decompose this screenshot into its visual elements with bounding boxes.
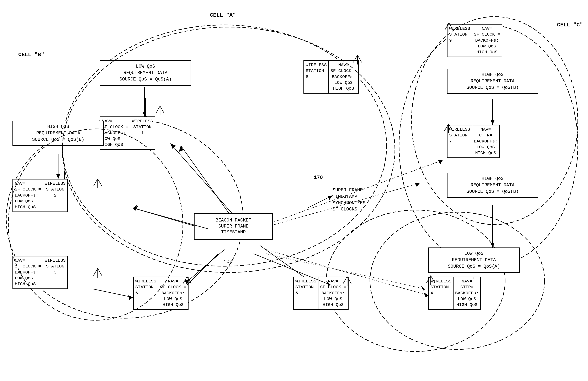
super-frame-label: SUPER FRAME TIMESTAMP SYNCHRONIZES SF CL… (333, 187, 365, 213)
svg-line-37 (431, 276, 435, 283)
svg-marker-52 (143, 112, 146, 116)
antenna-ws4 (424, 271, 437, 286)
ws2-nav-left: NAV=SF CLOCK =BACKOFFs:LOW QoSHIGH QoS (13, 179, 43, 211)
ws3-nav-right: WIRELESSSTATION3 (43, 256, 67, 289)
ws2-nav-right: WIRELESSSTATION2 (43, 179, 67, 211)
svg-line-55 (170, 143, 233, 214)
data-box-cell-b-low-bottom: LOW QoSREQUIREMENT DATASOURCE QoS = QoS(… (428, 247, 520, 273)
svg-line-39 (353, 55, 357, 62)
ws3-nav-box: NAV=SF CLOCK =BACKOFFs:LOW QoSHIGH QoS W… (12, 256, 68, 289)
svg-line-46 (448, 124, 453, 131)
ws8-nav-left: WIRELESSSTATION8 (304, 61, 329, 93)
svg-marker-68 (491, 120, 494, 125)
svg-marker-7 (133, 206, 138, 211)
antenna-ws1 (154, 102, 166, 116)
svg-marker-13 (415, 183, 420, 187)
svg-line-27 (94, 268, 98, 276)
ws9-nav-box: WIRELESSSTATION9 NAV=SF CLOCK =BACKOFFs:… (447, 24, 502, 57)
svg-line-34 (347, 277, 351, 284)
data-box-cell-a-low: LOW QoSREQUIREMENT DATASOURCE QoS = QoS(… (100, 60, 191, 86)
ws7-nav-right: NAV=CTFR=BACKOFFs:LOW QoSHIGH QoS (472, 125, 499, 157)
svg-line-31 (187, 277, 191, 284)
cell-a-label: CELL "A" (210, 12, 236, 18)
svg-marker-66 (421, 286, 425, 291)
beacon-line2: SUPER FRAME (218, 224, 248, 229)
antenna-ws3 (91, 264, 104, 279)
svg-line-36 (426, 276, 431, 283)
ws8-nav-right: NAV=SF CLOCK =BACKOFFs:LOW QoSHIGH QoS (329, 61, 358, 93)
ws3-nav-left: NAV=SF CLOCK =BACKOFFs:LOW QoSHIGH QoS (13, 256, 43, 289)
ws6-nav-box: WIRELESSSTATION6 NAV=SF CLOCK =BACKOFFs:… (133, 277, 189, 310)
data-box-cell-c-high: HIGH QoSREQUIREMENT DATASOURCE QoS = QoS… (447, 69, 538, 94)
svg-marker-75 (328, 196, 333, 200)
ws2-nav-box: NAV=SF CLOCK =BACKOFFs:LOW QoSHIGH QoS W… (12, 179, 68, 212)
ws6-nav-left: WIRELESSSTATION6 (134, 277, 158, 309)
diagram: CELL "A" CELL "B" CELL "C" CELL "B" BEAC… (0, 0, 588, 381)
ws1-nav-box: NAV=SF CLOCK =BACKOFFs:LOW QoSHIGH QoS W… (100, 116, 155, 150)
ws1-nav-left: NAV=SF CLOCK =BACKOFFs:LOW QoSHIGH QoS (100, 117, 130, 149)
svg-line-45 (444, 124, 448, 131)
ws4-nav-right: NAV=CTFR=BACKOFFs:LOW QoSHIGH QoS (454, 277, 480, 309)
antenna-ws5 (341, 272, 353, 287)
ws5-nav-left: WIRELESSSTATION5 (294, 277, 318, 309)
beacon-packet-box: BEACON PACKET SUPER FRAME TIMESTAMP (194, 213, 273, 240)
svg-line-72 (94, 289, 133, 297)
antenna-ws6 (181, 272, 193, 287)
svg-line-40 (357, 55, 362, 62)
ws8-nav-box: WIRELESSSTATION8 NAV=SF CLOCK =BACKOFFs:… (303, 60, 359, 94)
svg-line-21 (156, 106, 160, 113)
svg-line-33 (343, 277, 347, 284)
svg-line-43 (449, 23, 453, 30)
svg-line-42 (445, 23, 449, 30)
beacon-line1: BEACON PACKET (215, 218, 251, 223)
svg-line-25 (98, 179, 102, 186)
ws9-nav-right: NAV=SF CLOCK =BACKOFFs:LOW QoSHIGH QoS (472, 24, 502, 57)
antenna-ws8 (351, 51, 364, 66)
antenna-ws7 (442, 120, 455, 134)
cell-b-label-top: CELL "B" (18, 52, 44, 58)
svg-line-24 (94, 179, 98, 186)
svg-marker-64 (438, 160, 443, 164)
svg-line-4 (181, 146, 237, 224)
ws1-nav-right: WIRELESSSTATION1 (130, 117, 155, 149)
svg-marker-56 (170, 143, 176, 149)
svg-marker-5 (179, 146, 183, 152)
beacon-id: 100 (223, 259, 232, 265)
beacon-line3: TIMESTAMP (221, 230, 246, 235)
svg-line-28 (98, 268, 102, 276)
super-frame-id: 170 (314, 175, 323, 180)
svg-marker-15 (424, 292, 428, 297)
svg-marker-73 (128, 295, 133, 300)
ws5-nav-box: WIRELESSSTATION5 NAV=SF CLOCK =BACKOFFs:… (293, 277, 349, 310)
svg-line-30 (183, 277, 187, 284)
svg-marker-58 (133, 205, 137, 210)
svg-marker-70 (491, 243, 494, 247)
antenna-ws9 (443, 19, 455, 33)
data-box-cell-b-high-top: HIGH QoSREQUIREMENT DATASOURCE QoS = QoS… (12, 121, 104, 146)
svg-line-74 (308, 196, 333, 208)
svg-line-22 (160, 106, 164, 113)
svg-marker-54 (56, 174, 60, 179)
data-box-cell-b-high-bottom: HIGH QoSREQUIREMENT DATASOURCE QoS = QoS… (447, 173, 538, 198)
antenna-ws2 (91, 175, 104, 189)
cell-c-label: CELL "C" (557, 22, 583, 28)
ws7-nav-box: WIRELESSSTATION7 NAV=CTFR=BACKOFFs:LOW Q… (447, 125, 500, 158)
